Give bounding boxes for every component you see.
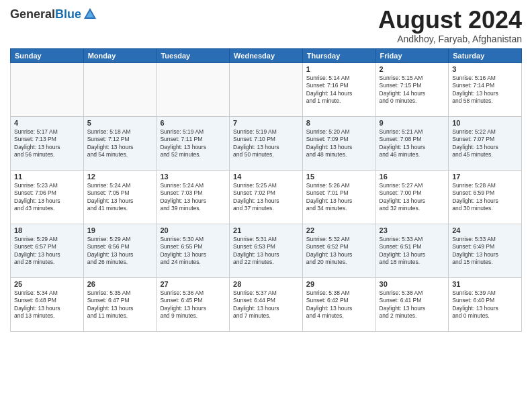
day-number: 23 (380, 226, 445, 234)
day-number: 14 (233, 173, 299, 181)
day-cell (157, 62, 230, 116)
day-cell: 5Sunrise: 5:18 AMSunset: 7:12 PMDaylight… (83, 116, 157, 170)
day-info: Sunrise: 5:29 AMSunset: 6:57 PMDaylight:… (14, 236, 80, 267)
day-number: 30 (380, 280, 445, 288)
day-info: Sunrise: 5:17 AMSunset: 7:13 PMDaylight:… (14, 128, 80, 159)
location: Andkhoy, Faryab, Afghanistan (378, 34, 522, 44)
day-cell (11, 62, 84, 116)
day-info: Sunrise: 5:28 AMSunset: 6:59 PMDaylight:… (452, 182, 518, 213)
day-info: Sunrise: 5:27 AMSunset: 7:00 PMDaylight:… (380, 182, 445, 213)
header-sunday: Sunday (11, 48, 84, 62)
day-number: 26 (87, 280, 153, 288)
day-cell: 30Sunrise: 5:38 AMSunset: 6:41 PMDayligh… (375, 277, 449, 331)
day-cell: 18Sunrise: 5:29 AMSunset: 6:57 PMDayligh… (11, 224, 84, 277)
day-number: 15 (306, 173, 372, 181)
day-number: 17 (452, 173, 518, 181)
day-number: 12 (87, 173, 153, 181)
day-number: 16 (380, 173, 445, 181)
day-info: Sunrise: 5:16 AMSunset: 7:14 PMDaylight:… (452, 75, 518, 105)
header-saturday: Saturday (449, 48, 522, 62)
day-number: 22 (306, 226, 372, 234)
header-tuesday: Tuesday (157, 48, 230, 62)
day-cell: 3Sunrise: 5:16 AMSunset: 7:14 PMDaylight… (449, 62, 522, 116)
day-cell: 4Sunrise: 5:17 AMSunset: 7:13 PMDaylight… (11, 116, 84, 170)
day-cell: 24Sunrise: 5:33 AMSunset: 6:49 PMDayligh… (449, 224, 522, 277)
day-info: Sunrise: 5:35 AMSunset: 6:47 PMDaylight:… (87, 289, 153, 320)
day-info: Sunrise: 5:22 AMSunset: 7:07 PMDaylight:… (452, 128, 518, 159)
day-cell: 27Sunrise: 5:36 AMSunset: 6:45 PMDayligh… (157, 277, 230, 331)
day-number: 8 (306, 119, 372, 127)
day-info: Sunrise: 5:24 AMSunset: 7:05 PMDaylight:… (87, 182, 153, 213)
day-number: 4 (14, 119, 80, 127)
day-number: 10 (452, 119, 518, 127)
day-info: Sunrise: 5:24 AMSunset: 7:03 PMDaylight:… (160, 182, 226, 213)
day-cell: 7Sunrise: 5:19 AMSunset: 7:10 PMDaylight… (230, 116, 303, 170)
day-info: Sunrise: 5:26 AMSunset: 7:01 PMDaylight:… (306, 182, 372, 213)
day-number: 3 (452, 65, 518, 73)
day-cell: 13Sunrise: 5:24 AMSunset: 7:03 PMDayligh… (157, 170, 230, 224)
day-info: Sunrise: 5:23 AMSunset: 7:06 PMDaylight:… (14, 182, 80, 213)
title-section: August 2024 Andkhoy, Faryab, Afghanistan (378, 7, 522, 44)
day-cell: 23Sunrise: 5:33 AMSunset: 6:51 PMDayligh… (375, 224, 449, 277)
day-number: 31 (452, 280, 518, 288)
day-info: Sunrise: 5:33 AMSunset: 6:49 PMDaylight:… (452, 236, 518, 267)
week-row-1: 1Sunrise: 5:14 AMSunset: 7:16 PMDaylight… (11, 62, 522, 116)
day-cell (230, 62, 303, 116)
week-row-3: 11Sunrise: 5:23 AMSunset: 7:06 PMDayligh… (11, 170, 522, 224)
header-thursday: Thursday (302, 48, 375, 62)
day-cell: 25Sunrise: 5:34 AMSunset: 6:48 PMDayligh… (11, 277, 84, 331)
week-row-5: 25Sunrise: 5:34 AMSunset: 6:48 PMDayligh… (11, 277, 522, 331)
day-cell (83, 62, 157, 116)
day-cell: 1Sunrise: 5:14 AMSunset: 7:16 PMDaylight… (302, 62, 375, 116)
day-info: Sunrise: 5:36 AMSunset: 6:45 PMDaylight:… (160, 289, 226, 320)
header-wednesday: Wednesday (230, 48, 303, 62)
day-info: Sunrise: 5:25 AMSunset: 7:02 PMDaylight:… (233, 182, 299, 213)
day-info: Sunrise: 5:37 AMSunset: 6:44 PMDaylight:… (233, 289, 299, 320)
day-number: 1 (306, 65, 372, 73)
day-cell: 9Sunrise: 5:21 AMSunset: 7:08 PMDaylight… (375, 116, 449, 170)
day-cell: 10Sunrise: 5:22 AMSunset: 7:07 PMDayligh… (449, 116, 522, 170)
month-year: August 2024 (378, 7, 522, 34)
day-number: 24 (452, 226, 518, 234)
day-number: 7 (233, 119, 299, 127)
logo-general: GeneralBlue (10, 7, 97, 21)
header-monday: Monday (83, 48, 157, 62)
day-cell: 6Sunrise: 5:19 AMSunset: 7:11 PMDaylight… (157, 116, 230, 170)
day-cell: 26Sunrise: 5:35 AMSunset: 6:47 PMDayligh… (83, 277, 157, 331)
day-cell: 29Sunrise: 5:38 AMSunset: 6:42 PMDayligh… (302, 277, 375, 331)
day-number: 2 (380, 65, 445, 73)
day-cell: 16Sunrise: 5:27 AMSunset: 7:00 PMDayligh… (375, 170, 449, 224)
day-info: Sunrise: 5:19 AMSunset: 7:11 PMDaylight:… (160, 128, 226, 159)
logo: GeneralBlue (10, 7, 97, 21)
day-number: 25 (14, 280, 80, 288)
day-cell: 21Sunrise: 5:31 AMSunset: 6:53 PMDayligh… (230, 224, 303, 277)
day-cell: 2Sunrise: 5:15 AMSunset: 7:15 PMDaylight… (375, 62, 449, 116)
day-cell: 12Sunrise: 5:24 AMSunset: 7:05 PMDayligh… (83, 170, 157, 224)
day-number: 9 (380, 119, 445, 127)
day-number: 13 (160, 173, 226, 181)
day-cell: 15Sunrise: 5:26 AMSunset: 7:01 PMDayligh… (302, 170, 375, 224)
calendar-header-row: SundayMondayTuesdayWednesdayThursdayFrid… (11, 48, 522, 62)
day-info: Sunrise: 5:29 AMSunset: 6:56 PMDaylight:… (87, 236, 153, 267)
day-number: 19 (87, 226, 153, 234)
day-cell: 31Sunrise: 5:39 AMSunset: 6:40 PMDayligh… (449, 277, 522, 331)
day-cell: 8Sunrise: 5:20 AMSunset: 7:09 PMDaylight… (302, 116, 375, 170)
day-cell: 14Sunrise: 5:25 AMSunset: 7:02 PMDayligh… (230, 170, 303, 224)
day-number: 21 (233, 226, 299, 234)
day-number: 28 (233, 280, 299, 288)
header-friday: Friday (375, 48, 449, 62)
day-number: 5 (87, 119, 153, 127)
day-info: Sunrise: 5:21 AMSunset: 7:08 PMDaylight:… (380, 128, 445, 159)
day-cell: 20Sunrise: 5:30 AMSunset: 6:55 PMDayligh… (157, 224, 230, 277)
day-number: 11 (14, 173, 80, 181)
header: GeneralBlue August 2024 Andkhoy, Faryab,… (10, 7, 522, 44)
day-info: Sunrise: 5:31 AMSunset: 6:53 PMDaylight:… (233, 236, 299, 267)
day-info: Sunrise: 5:33 AMSunset: 6:51 PMDaylight:… (380, 236, 445, 267)
day-info: Sunrise: 5:38 AMSunset: 6:41 PMDaylight:… (380, 289, 445, 320)
day-cell: 22Sunrise: 5:32 AMSunset: 6:52 PMDayligh… (302, 224, 375, 277)
day-cell: 28Sunrise: 5:37 AMSunset: 6:44 PMDayligh… (230, 277, 303, 331)
day-info: Sunrise: 5:39 AMSunset: 6:40 PMDaylight:… (452, 289, 518, 320)
week-row-2: 4Sunrise: 5:17 AMSunset: 7:13 PMDaylight… (11, 116, 522, 170)
day-info: Sunrise: 5:32 AMSunset: 6:52 PMDaylight:… (306, 236, 372, 267)
day-info: Sunrise: 5:14 AMSunset: 7:16 PMDaylight:… (306, 75, 372, 105)
